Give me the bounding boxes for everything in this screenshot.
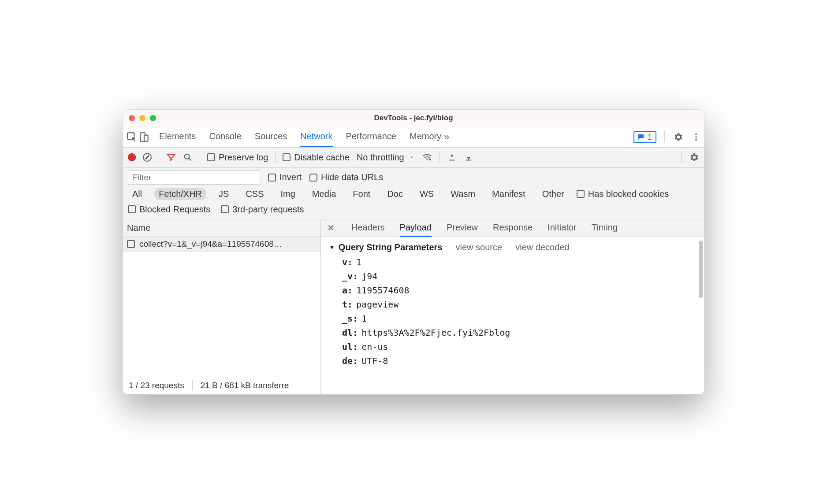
detail-tab-response[interactable]: Response bbox=[493, 219, 533, 237]
filter-type-fetch-xhr[interactable]: Fetch/XHR bbox=[154, 188, 206, 200]
main-tabstrip: ElementsConsoleSourcesNetworkPerformance… bbox=[123, 127, 704, 148]
tab-sources[interactable]: Sources bbox=[255, 127, 287, 147]
query-param: ul:en-us bbox=[342, 341, 697, 352]
svg-rect-8 bbox=[449, 160, 454, 161]
has-blocked-cookies-checkbox[interactable]: Has blocked cookies bbox=[577, 189, 669, 199]
settings-icon[interactable] bbox=[673, 132, 683, 142]
filter-type-doc[interactable]: Doc bbox=[383, 188, 407, 200]
close-window-button[interactable] bbox=[129, 115, 135, 121]
preserve-log-checkbox[interactable]: Preserve log bbox=[207, 152, 268, 163]
more-icon[interactable] bbox=[691, 132, 701, 142]
throttling-select[interactable]: No throttling bbox=[357, 152, 415, 163]
filter-type-manifest[interactable]: Manifest bbox=[488, 188, 530, 200]
detail-tab-timing[interactable]: Timing bbox=[592, 219, 618, 237]
column-header-name[interactable]: Name bbox=[123, 219, 320, 237]
preserve-log-label: Preserve log bbox=[219, 152, 268, 163]
section-title-text: Query String Parameters bbox=[339, 242, 443, 252]
zoom-window-button[interactable] bbox=[150, 115, 156, 121]
detail-tab-preview[interactable]: Preview bbox=[447, 219, 478, 237]
view-decoded-link[interactable]: view decoded bbox=[515, 242, 569, 252]
chevron-down-icon bbox=[409, 154, 415, 160]
divider bbox=[275, 151, 276, 163]
filter-type-wasm[interactable]: Wasm bbox=[446, 188, 480, 200]
svg-rect-2 bbox=[144, 135, 148, 141]
minimize-window-button[interactable] bbox=[139, 115, 145, 121]
tabs-overflow-button[interactable]: » bbox=[444, 131, 449, 143]
divider bbox=[159, 151, 159, 163]
checkbox-icon bbox=[283, 153, 291, 161]
titlebar: DevTools - jec.fyi/blog bbox=[123, 110, 704, 127]
filter-input[interactable] bbox=[128, 170, 260, 185]
filter-type-font[interactable]: Font bbox=[348, 188, 375, 200]
tab-elements[interactable]: Elements bbox=[159, 127, 196, 147]
network-settings-icon[interactable] bbox=[689, 152, 699, 163]
query-param: dl:https%3A%2F%2Fjec.fyi%2Fblog bbox=[342, 327, 697, 338]
export-har-icon[interactable] bbox=[464, 152, 473, 162]
inspect-icon[interactable] bbox=[126, 131, 138, 143]
param-key: _v: bbox=[342, 271, 358, 282]
record-button[interactable] bbox=[128, 153, 136, 161]
detail-tabs: ✕ HeadersPayloadPreviewResponseInitiator… bbox=[321, 219, 704, 237]
checkbox-icon bbox=[207, 153, 215, 161]
section-toggle-query-string[interactable]: ▼ Query String Parameters bbox=[329, 242, 443, 252]
tab-console[interactable]: Console bbox=[209, 127, 241, 147]
param-value: 1 bbox=[356, 257, 361, 267]
request-detail-pane: ✕ HeadersPayloadPreviewResponseInitiator… bbox=[321, 219, 704, 394]
query-param: _v:j94 bbox=[342, 271, 697, 282]
import-har-icon[interactable] bbox=[447, 152, 457, 162]
divider bbox=[440, 151, 440, 163]
hide-data-urls-checkbox[interactable]: Hide data URLs bbox=[309, 172, 383, 182]
filter-icon[interactable] bbox=[166, 152, 176, 162]
detail-tab-headers[interactable]: Headers bbox=[351, 219, 385, 237]
filter-type-css[interactable]: CSS bbox=[241, 188, 268, 200]
blocked-requests-checkbox[interactable]: Blocked Requests bbox=[128, 204, 210, 215]
filter-type-img[interactable]: Img bbox=[276, 188, 300, 200]
param-value: j94 bbox=[361, 271, 377, 282]
disclosure-triangle-icon: ▼ bbox=[329, 244, 335, 251]
request-type-icon bbox=[127, 240, 135, 248]
tab-performance[interactable]: Performance bbox=[346, 127, 397, 147]
close-detail-button[interactable]: ✕ bbox=[327, 219, 335, 237]
scrollbar[interactable] bbox=[699, 241, 703, 298]
detail-tab-payload[interactable]: Payload bbox=[400, 219, 432, 237]
issues-count: 1 bbox=[648, 133, 652, 142]
svg-point-3 bbox=[695, 133, 697, 135]
search-icon[interactable] bbox=[183, 152, 193, 162]
throttling-value: No throttling bbox=[357, 152, 404, 163]
query-param: t:pageview bbox=[342, 299, 697, 310]
divider bbox=[681, 151, 682, 163]
filter-bar: Invert Hide data URLs AllFetch/XHRJSCSSI… bbox=[123, 168, 704, 219]
filter-type-other[interactable]: Other bbox=[538, 188, 569, 200]
filter-type-all[interactable]: All bbox=[128, 188, 146, 200]
network-split-pane: Name collect?v=1&_v=j94&a=1195574608… 1 … bbox=[123, 219, 704, 395]
third-party-requests-checkbox[interactable]: 3rd-party requests bbox=[221, 204, 304, 215]
divider bbox=[664, 131, 665, 143]
view-source-link[interactable]: view source bbox=[456, 242, 503, 252]
svg-point-5 bbox=[695, 139, 697, 141]
disable-cache-checkbox[interactable]: Disable cache bbox=[283, 152, 350, 163]
network-toolbar: Preserve log Disable cache No throttling bbox=[123, 148, 704, 168]
svg-rect-9 bbox=[466, 160, 471, 161]
param-key: a: bbox=[342, 285, 353, 296]
status-bar: 1 / 23 requests 21 B / 681 kB transferre bbox=[123, 377, 320, 394]
devtools-window: DevTools - jec.fyi/blog ElementsConsoleS… bbox=[123, 110, 704, 395]
divider bbox=[151, 131, 151, 143]
request-row[interactable]: collect?v=1&_v=j94&a=1195574608… bbox=[123, 237, 320, 252]
filter-type-js[interactable]: JS bbox=[214, 188, 233, 200]
param-value: https%3A%2F%2Fjec.fyi%2Fblog bbox=[361, 327, 510, 338]
filter-type-ws[interactable]: WS bbox=[415, 188, 438, 200]
disable-cache-label: Disable cache bbox=[294, 152, 350, 163]
filter-type-media[interactable]: Media bbox=[308, 188, 340, 200]
invert-checkbox[interactable]: Invert bbox=[268, 172, 302, 182]
network-conditions-icon[interactable] bbox=[422, 152, 432, 163]
tab-network[interactable]: Network bbox=[300, 127, 332, 147]
checkbox-icon bbox=[221, 205, 229, 213]
issues-badge[interactable]: 1 bbox=[633, 131, 656, 143]
divider bbox=[192, 380, 193, 391]
clear-button[interactable] bbox=[143, 153, 152, 162]
third-party-requests-label: 3rd-party requests bbox=[232, 204, 304, 215]
param-value: en-us bbox=[361, 341, 388, 352]
detail-tab-initiator[interactable]: Initiator bbox=[548, 219, 577, 237]
tab-memory[interactable]: Memory bbox=[410, 127, 441, 147]
device-toolbar-icon[interactable] bbox=[138, 131, 150, 143]
